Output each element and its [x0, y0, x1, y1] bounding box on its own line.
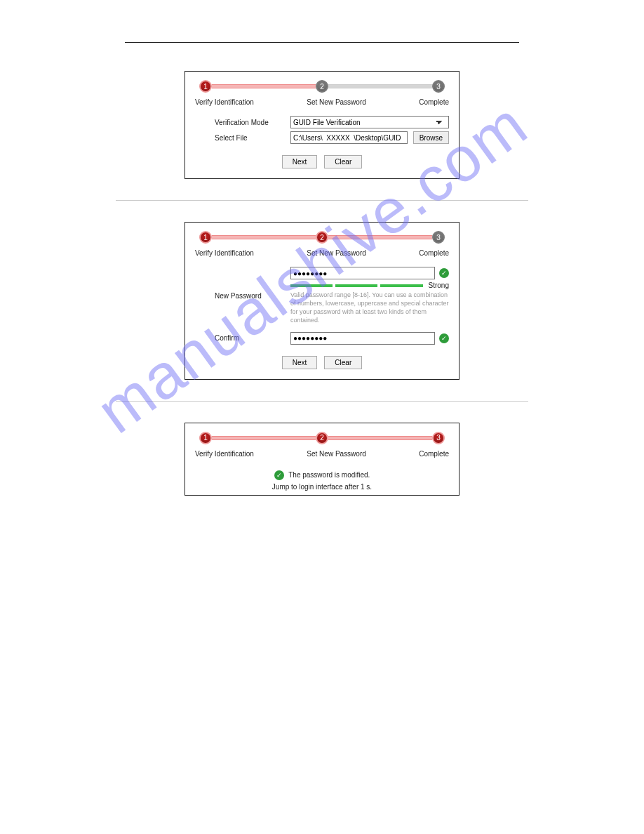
confirm-password-input[interactable] [290, 332, 435, 345]
stepper: 1 2 3 [199, 80, 445, 93]
success-message: The password is modified. [288, 470, 370, 478]
step-line-1-2 [212, 84, 316, 88]
dialog-verify-identification: 1 2 3 Verify Identification Set New Pass… [185, 71, 459, 179]
step-labels: Verify Identification Set New Password C… [195, 450, 449, 458]
clear-button[interactable]: Clear [324, 356, 362, 369]
stepper: 1 2 3 [199, 231, 445, 244]
check-icon: ✓ [274, 470, 284, 480]
step-label-1: Verify Identification [195, 450, 254, 458]
step-node-1: 1 [199, 432, 212, 444]
select-file-label: Select File [215, 134, 285, 142]
browse-button[interactable]: Browse [413, 131, 449, 144]
check-icon: ✓ [439, 333, 449, 343]
strength-segment [290, 284, 333, 287]
clear-button[interactable]: Clear [324, 155, 362, 168]
step-labels: Verify Identification Set New Password C… [195, 98, 449, 106]
step-node-3: 3 [432, 432, 445, 444]
step-node-3: 3 [432, 231, 445, 244]
confirm-label: Confirm [215, 334, 285, 342]
step-label-1: Verify Identification [195, 249, 254, 257]
jump-message: Jump to login interface after 1 s. [195, 483, 449, 491]
check-icon: ✓ [439, 268, 449, 278]
step-label-2: Set New Password [254, 249, 419, 257]
step-node-2: 2 [316, 80, 328, 93]
separator-1 [116, 200, 528, 201]
next-button[interactable]: Next [282, 155, 318, 168]
step-node-2: 2 [316, 432, 328, 444]
step-node-1: 1 [199, 231, 212, 244]
top-rule [125, 42, 519, 43]
next-button[interactable]: Next [282, 356, 318, 369]
password-hint: Valid password range [8-16]. You can use… [290, 291, 449, 325]
success-message-row: ✓ The password is modified. [195, 470, 449, 480]
new-password-input[interactable] [290, 267, 435, 279]
stepper: 1 2 3 [199, 432, 445, 444]
step-line-1-2 [212, 235, 316, 239]
strength-label: Strong [429, 282, 449, 289]
password-strength-bar: Strong [290, 282, 449, 289]
step-node-3: 3 [432, 80, 445, 93]
step-line-1-2 [212, 436, 316, 440]
step-label-3: Complete [419, 249, 449, 257]
step-label-1: Verify Identification [195, 98, 254, 106]
step-line-2-3 [328, 235, 432, 239]
step-label-3: Complete [419, 98, 449, 106]
step-label-3: Complete [419, 450, 449, 458]
step-node-2: 2 [316, 231, 328, 244]
dialog-set-new-password: 1 2 3 Verify Identification Set New Pass… [185, 222, 459, 380]
verification-mode-label: Verification Mode [215, 119, 285, 126]
step-line-2-3 [328, 436, 432, 440]
strength-segment [335, 284, 377, 287]
new-password-label: New Password [215, 292, 285, 300]
verification-mode-select[interactable]: GUID File Verification [290, 116, 449, 128]
step-node-1: 1 [199, 80, 212, 93]
step-labels: Verify Identification Set New Password C… [195, 249, 449, 257]
step-line-2-3 [328, 84, 432, 88]
step-label-2: Set New Password [254, 450, 419, 458]
select-file-input[interactable] [290, 131, 408, 144]
strength-segment [380, 284, 422, 287]
dialog-complete: 1 2 3 Verify Identification Set New Pass… [185, 423, 459, 496]
step-label-2: Set New Password [254, 98, 419, 106]
separator-2 [116, 401, 528, 402]
